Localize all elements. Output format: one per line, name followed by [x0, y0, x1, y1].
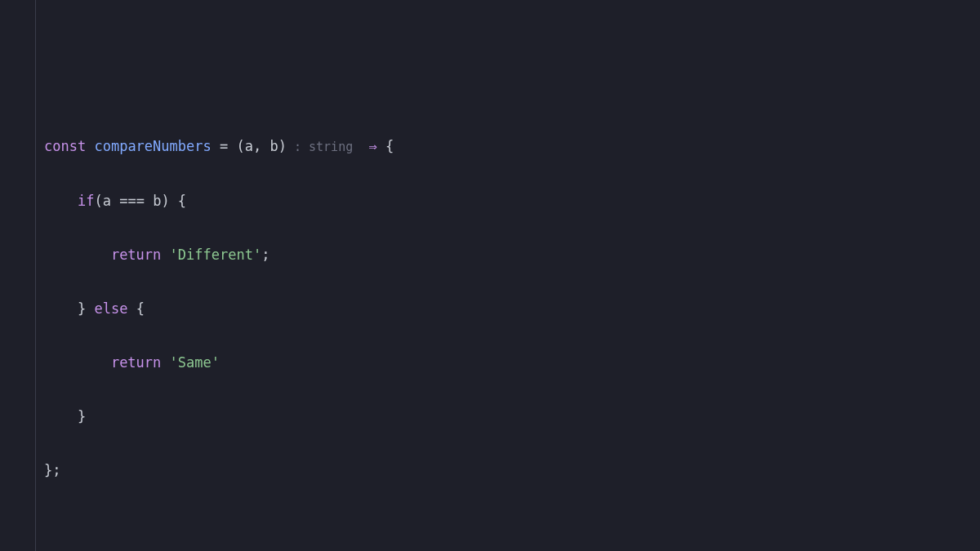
code-editor[interactable]: const compareNumbers = (a, b) : string ⇒… [36, 0, 980, 551]
paren-open: ( [236, 138, 244, 154]
code-line-2: if(a === b) { [44, 188, 980, 215]
code-line-6: } [44, 403, 980, 430]
arrow-token: ⇒ [360, 138, 385, 154]
code-line-7: }; [44, 457, 980, 484]
paren-close: ) [278, 138, 287, 154]
function-name: compareNumbers [94, 138, 211, 154]
strict-equals: === [111, 193, 153, 209]
code-line-8 [44, 511, 980, 538]
brace-open: { [385, 138, 394, 154]
equals: = [212, 138, 237, 154]
code-line-4: } else { [44, 295, 980, 322]
code-line-1: const compareNumbers = (a, b) : string ⇒… [44, 133, 980, 161]
inlay-hint-return-type: : string [287, 140, 360, 154]
keyword-return: return [111, 247, 161, 263]
string-literal: 'Different' [170, 247, 262, 263]
param-b: b [270, 138, 278, 154]
string-literal: 'Same' [170, 354, 220, 371]
keyword-if: if [78, 193, 94, 209]
code-line-5: return 'Same' [44, 349, 980, 376]
code-line-3: return 'Different'; [44, 242, 980, 269]
keyword-return: return [111, 354, 161, 371]
editor-gutter [0, 0, 36, 551]
param-a: a [245, 138, 253, 154]
keyword-else: else [94, 300, 127, 317]
keyword-const: const [44, 138, 86, 154]
